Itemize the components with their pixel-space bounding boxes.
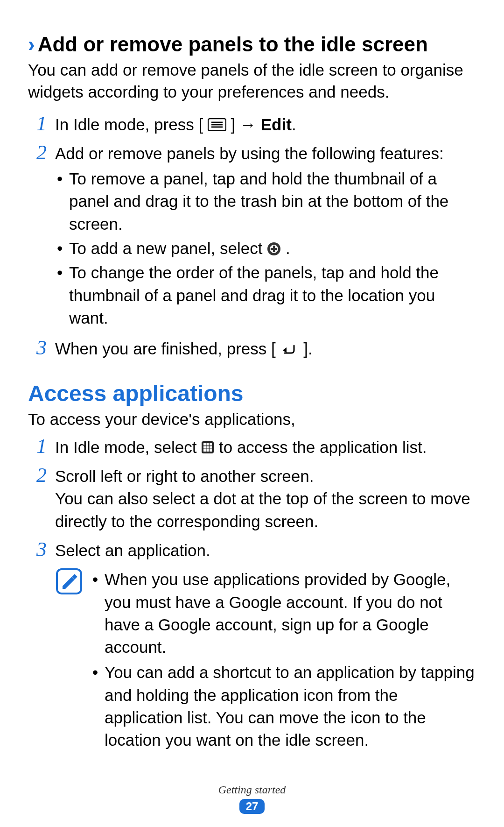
svg-rect-17 bbox=[210, 449, 212, 452]
step-number: 1 bbox=[28, 113, 47, 134]
svg-rect-10 bbox=[207, 443, 209, 445]
subsection-heading-text: Add or remove panels to the idle screen bbox=[38, 33, 428, 56]
svg-rect-13 bbox=[207, 446, 209, 449]
steps-list-2: 1 In Idle mode, select to access the app… bbox=[28, 436, 476, 562]
step-body: In Idle mode, select to access the appli… bbox=[55, 436, 476, 459]
note-box: When you use applications provided by Go… bbox=[56, 568, 476, 754]
subsection-heading: ›Add or remove panels to the idle screen bbox=[28, 33, 476, 56]
step-body: Add or remove panels by using the follow… bbox=[55, 142, 476, 331]
section-title: Access applications bbox=[28, 381, 476, 406]
svg-rect-11 bbox=[210, 443, 212, 445]
note-bullet: You can add a shortcut to an application… bbox=[91, 661, 476, 751]
page-number-badge: 27 bbox=[239, 799, 265, 814]
step-1: 1 In Idle mode, press [ ] → Edit. bbox=[28, 113, 476, 136]
page-footer: Getting started 27 bbox=[0, 784, 504, 814]
menu-icon bbox=[208, 118, 226, 131]
step-3b: 3 Select an application. bbox=[28, 539, 476, 562]
intro-paragraph: To access your device's applications, bbox=[28, 408, 476, 430]
note-icon bbox=[56, 568, 82, 596]
sub-bullet: To change the order of the panels, tap a… bbox=[55, 262, 476, 329]
step-body: Select an application. bbox=[55, 539, 476, 562]
plus-circle-icon bbox=[267, 242, 281, 256]
chapter-label: Getting started bbox=[0, 784, 504, 796]
sub-bullet: To add a new panel, select . bbox=[55, 237, 476, 260]
step-number: 3 bbox=[28, 338, 47, 358]
steps-list-1: 1 In Idle mode, press [ ] → Edit. 2 Add … bbox=[28, 113, 476, 360]
step-body: Scroll left or right to another screen. … bbox=[55, 465, 476, 533]
sub-bullet: To remove a panel, tap and hold the thum… bbox=[55, 168, 476, 235]
step-2b: 2 Scroll left or right to another screen… bbox=[28, 465, 476, 533]
step-body: When you are finished, press [ ]. bbox=[55, 338, 476, 360]
step-2: 2 Add or remove panels by using the foll… bbox=[28, 142, 476, 331]
svg-rect-7 bbox=[271, 248, 277, 250]
back-icon bbox=[280, 343, 299, 356]
svg-rect-14 bbox=[210, 446, 212, 449]
step-number: 3 bbox=[28, 539, 47, 560]
svg-rect-12 bbox=[203, 446, 206, 449]
step-3: 3 When you are finished, press [ ]. bbox=[28, 338, 476, 360]
note-bullet: When you use applications provided by Go… bbox=[91, 568, 476, 658]
step-number: 1 bbox=[28, 436, 47, 457]
sub-bullets: To remove a panel, tap and hold the thum… bbox=[55, 168, 476, 329]
svg-rect-9 bbox=[203, 443, 206, 445]
apps-grid-icon bbox=[201, 441, 214, 454]
note-body: When you use applications provided by Go… bbox=[91, 568, 476, 754]
step-body: In Idle mode, press [ ] → Edit. bbox=[55, 113, 476, 136]
intro-paragraph: You can add or remove panels of the idle… bbox=[28, 59, 476, 103]
step-number: 2 bbox=[28, 142, 47, 163]
svg-rect-15 bbox=[203, 449, 206, 452]
svg-rect-16 bbox=[207, 449, 209, 452]
step-number: 2 bbox=[28, 465, 47, 486]
step-1b: 1 In Idle mode, select to access the app… bbox=[28, 436, 476, 459]
chevron-right-icon: › bbox=[28, 33, 35, 56]
page-content: ›Add or remove panels to the idle screen… bbox=[0, 0, 504, 755]
